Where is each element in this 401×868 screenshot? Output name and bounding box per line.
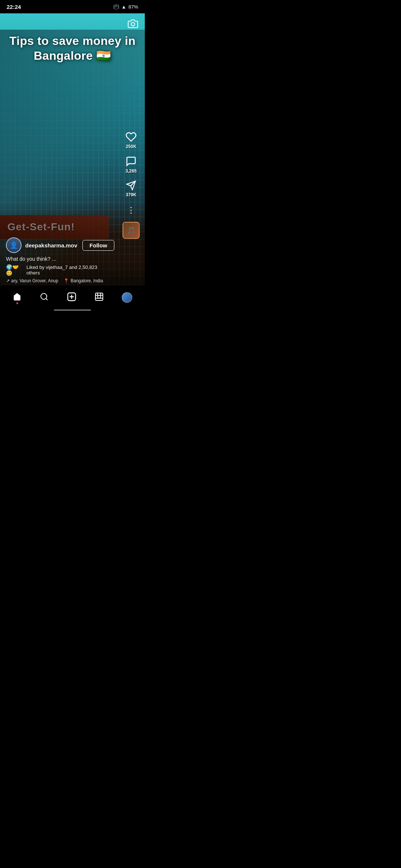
- svg-point-3: [41, 293, 47, 299]
- share-button[interactable]: 379K: [126, 180, 137, 197]
- camera-button[interactable]: [128, 19, 138, 32]
- status-bar: 22:24 📳 ▲ 87%: [0, 0, 145, 13]
- likes-row: 🌍🤝😊 Liked by vijethaa_7 and 2,50,823 oth…: [6, 264, 109, 276]
- caption: What do you think? ...: [6, 256, 109, 262]
- nav-search[interactable]: [35, 289, 53, 306]
- audio-text: ary, Varun Grover, Anup: [11, 278, 58, 283]
- pin-icon: 📍: [63, 278, 69, 283]
- reaction-emojis: 🌍🤝😊: [6, 264, 24, 276]
- bottom-nav: [0, 285, 145, 313]
- likes-text: Liked by vijethaa_7 and 2,50,823 others: [26, 264, 109, 276]
- home-icon: [13, 292, 22, 303]
- like-button[interactable]: 250K: [125, 131, 137, 149]
- nav-reels[interactable]: [90, 289, 108, 306]
- svg-point-0: [131, 23, 134, 26]
- search-icon: [40, 292, 49, 303]
- nav-add[interactable]: [62, 289, 81, 306]
- more-icon: ⋮: [127, 206, 135, 215]
- svg-point-9: [98, 295, 101, 298]
- audio-info[interactable]: ↗ ary, Varun Grover, Anup: [6, 278, 58, 283]
- profile-picture[interactable]: [122, 292, 132, 303]
- nav-profile[interactable]: [117, 289, 137, 306]
- music-thumbnail[interactable]: 🎵: [123, 222, 140, 239]
- comment-button[interactable]: 3,265: [125, 156, 137, 174]
- vibrate-icon: 📳: [113, 4, 119, 10]
- svg-rect-8: [95, 293, 103, 300]
- audio-location-row: ↗ ary, Varun Grover, Anup 📍 Bangalore, I…: [6, 278, 109, 283]
- status-icons: 📳 ▲ 87%: [113, 4, 138, 10]
- more-options-button[interactable]: ⋮: [127, 204, 135, 215]
- location-text: Bangalore, India: [71, 278, 103, 283]
- username[interactable]: deepaksharma.mov: [25, 242, 77, 249]
- home-active-dot: [16, 302, 18, 304]
- share-count: 379K: [126, 192, 137, 197]
- video-title: Tips to save money in Bangalore 🇮🇳: [7, 33, 137, 63]
- arrow-icon: ↗: [6, 278, 10, 283]
- right-action-bar: 250K 3,265 379K ⋮ 🎵: [123, 131, 140, 239]
- home-indicator: [54, 309, 91, 311]
- reels-icon: [95, 292, 104, 303]
- svg-line-4: [46, 298, 47, 300]
- user-row: 👤 deepaksharma.mov Follow: [6, 237, 109, 253]
- avatar-inner: 👤: [7, 238, 21, 252]
- video-title-area: Tips to save money in Bangalore 🇮🇳: [0, 33, 145, 63]
- like-count: 250K: [126, 144, 137, 149]
- music-button[interactable]: 🎵: [123, 222, 140, 239]
- location-info[interactable]: 📍 Bangalore, India: [63, 278, 103, 283]
- status-time: 22:24: [7, 4, 21, 10]
- nav-home[interactable]: [8, 289, 26, 306]
- comment-count: 3,265: [125, 168, 137, 174]
- wifi-icon: ▲: [121, 4, 126, 10]
- battery-level: 87%: [128, 4, 138, 10]
- follow-button[interactable]: Follow: [82, 240, 114, 251]
- avatar[interactable]: 👤: [6, 237, 22, 253]
- music-thumb-inner: 🎵: [123, 223, 139, 238]
- bottom-info-area: 👤 deepaksharma.mov Follow What do you th…: [0, 237, 115, 283]
- add-icon: [66, 292, 77, 303]
